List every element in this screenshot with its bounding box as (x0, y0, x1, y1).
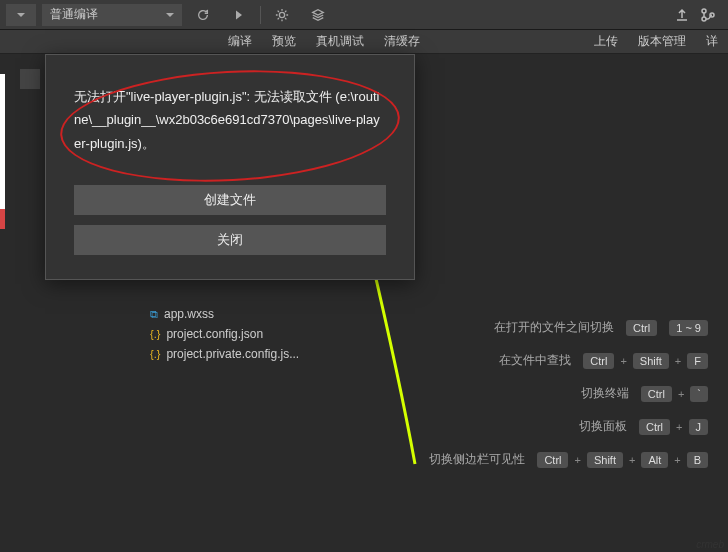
keyboard-key: Ctrl (641, 386, 672, 402)
details-label[interactable]: 详 (706, 33, 718, 50)
shortcut-keys: Ctrl+` (641, 386, 708, 402)
preview-tab[interactable]: 预览 (272, 33, 296, 50)
keyboard-key: Shift (633, 353, 669, 369)
tab-placeholder (20, 69, 40, 89)
shortcut-keys: Ctrl+J (639, 419, 708, 435)
key-separator: + (620, 355, 626, 367)
layers-button[interactable] (303, 4, 333, 26)
chevron-down-icon (17, 13, 25, 17)
file-tree: ⧉app.wxss{.}project.config.json{.}projec… (150, 304, 299, 364)
divider (260, 6, 261, 24)
compile-tab[interactable]: 编译 (228, 33, 252, 50)
shortcut-label: 切换面板 (579, 418, 627, 435)
keyboard-key: Ctrl (537, 452, 568, 468)
file-item[interactable]: ⧉app.wxss (150, 304, 299, 324)
shortcut-keys: Ctrl+Shift+F (583, 353, 708, 369)
keyboard-key: Shift (587, 452, 623, 468)
create-file-button[interactable]: 创建文件 (74, 185, 386, 215)
shortcut-label: 切换侧边栏可见性 (429, 451, 525, 468)
key-separator: + (629, 454, 635, 466)
shortcut-label: 在打开的文件之间切换 (494, 319, 614, 336)
sub-toolbar: 编译 预览 真机调试 清缓存 上传 版本管理 详 (0, 30, 728, 54)
key-separator: + (674, 454, 680, 466)
keyboard-key: 1 ~ 9 (669, 320, 708, 336)
file-item[interactable]: {.}project.config.json (150, 324, 299, 344)
shortcut-row: 在文件中查找Ctrl+Shift+F (499, 352, 708, 369)
svg-point-0 (279, 12, 284, 17)
left-edge-error-marker (0, 209, 5, 229)
shortcut-row: 切换侧边栏可见性Ctrl+Shift+Alt+B (429, 451, 708, 468)
shortcut-row: 切换终端Ctrl+` (581, 385, 708, 402)
left-edge-marker (0, 74, 5, 214)
file-name: app.wxss (164, 307, 214, 321)
shortcut-keys: Ctrl1 ~ 9 (626, 320, 708, 336)
watermark: crmeb (696, 539, 724, 550)
shortcut-label: 切换终端 (581, 385, 629, 402)
main-area: 无法打开"live-player-plugin.js": 无法读取文件 (e:\… (0, 54, 728, 552)
remote-debug-tab[interactable]: 真机调试 (316, 33, 364, 50)
file-name: project.config.json (166, 327, 263, 341)
keyboard-key: Ctrl (626, 320, 657, 336)
compile-mode-dropdown[interactable]: 普通编译 (42, 4, 182, 26)
keyboard-key: B (687, 452, 708, 468)
key-separator: + (678, 388, 684, 400)
compile-mode-label: 普通编译 (50, 6, 98, 23)
upload-label[interactable]: 上传 (594, 33, 618, 50)
file-item[interactable]: {.}project.private.config.js... (150, 344, 299, 364)
version-manage-button[interactable] (700, 7, 716, 23)
dialog-message: 无法打开"live-player-plugin.js": 无法读取文件 (e:\… (74, 85, 386, 155)
svg-point-1 (702, 9, 706, 13)
clear-cache-tab[interactable]: 清缓存 (384, 33, 420, 50)
shortcut-row: 在打开的文件之间切换Ctrl1 ~ 9 (494, 319, 708, 336)
top-toolbar: 普通编译 (0, 0, 728, 30)
key-separator: + (574, 454, 580, 466)
keyboard-key: Ctrl (639, 419, 670, 435)
keyboard-key: J (689, 419, 709, 435)
chevron-down-icon (166, 13, 174, 17)
close-button[interactable]: 关闭 (74, 225, 386, 255)
key-separator: + (675, 355, 681, 367)
refresh-button[interactable] (188, 4, 218, 26)
keyboard-key: ` (690, 386, 708, 402)
version-manage-label[interactable]: 版本管理 (638, 33, 686, 50)
svg-point-2 (702, 17, 706, 21)
json-file-icon: {.} (150, 328, 160, 340)
wxss-file-icon: ⧉ (150, 308, 158, 321)
key-separator: + (676, 421, 682, 433)
file-name: project.private.config.js... (166, 347, 299, 361)
shortcuts-panel: 在打开的文件之间切换Ctrl1 ~ 9在文件中查找Ctrl+Shift+F切换终… (429, 319, 708, 468)
shortcut-row: 切换面板Ctrl+J (579, 418, 708, 435)
play-button[interactable] (224, 4, 254, 26)
keyboard-key: F (687, 353, 708, 369)
upload-button[interactable] (674, 7, 690, 23)
keyboard-key: Alt (641, 452, 668, 468)
shortcut-keys: Ctrl+Shift+Alt+B (537, 452, 708, 468)
shortcut-label: 在文件中查找 (499, 352, 571, 369)
debug-icon-button[interactable] (267, 4, 297, 26)
toolbar-dropdown-button[interactable] (6, 4, 36, 26)
keyboard-key: Ctrl (583, 353, 614, 369)
json-file-icon: {.} (150, 348, 160, 360)
error-dialog: 无法打开"live-player-plugin.js": 无法读取文件 (e:\… (45, 54, 415, 280)
